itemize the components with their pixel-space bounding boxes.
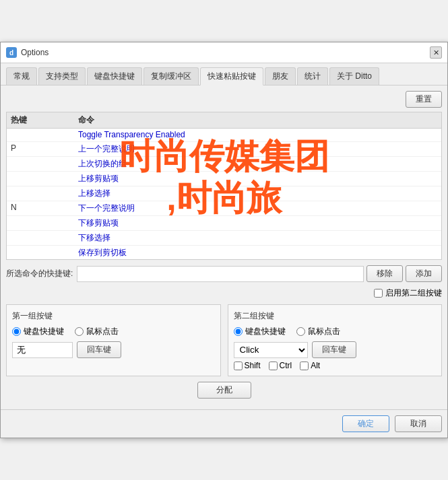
group2-mouse-radio[interactable]: 鼠标点击 bbox=[296, 326, 340, 337]
tab-copy-buffer[interactable]: 复制缓冲区 bbox=[143, 67, 199, 85]
assign-button[interactable]: 分配 bbox=[197, 382, 251, 399]
group1-key-input[interactable] bbox=[12, 342, 73, 358]
title-bar: d Options ✕ bbox=[1, 42, 447, 63]
alt-checkbox[interactable] bbox=[300, 362, 309, 370]
group2-key-select[interactable]: Click bbox=[234, 342, 308, 358]
tab-keyboard-shortcuts[interactable]: 键盘快捷键 bbox=[87, 67, 142, 85]
modifier-row: Shift Ctrl Alt bbox=[234, 361, 437, 370]
reset-row: 重置 bbox=[6, 91, 442, 108]
table-row[interactable]: 上次切换的组 bbox=[7, 157, 441, 172]
shift-checkbox-label[interactable]: Shift bbox=[234, 361, 261, 370]
window-title: Options bbox=[21, 48, 49, 57]
col-hotkey-header: 热键 bbox=[11, 114, 78, 126]
group2-key-row: Click 回车键 bbox=[234, 341, 437, 358]
add-button[interactable]: 添加 bbox=[406, 265, 442, 282]
group1-key-row: 回车键 bbox=[12, 341, 215, 358]
shortcut-input-container: 移除 添加 bbox=[77, 265, 442, 282]
shortcut-label: 所选命令的快捷键: bbox=[6, 268, 73, 279]
group1-enter-btn[interactable]: 回车键 bbox=[77, 341, 121, 358]
tab-support-type[interactable]: 支持类型 bbox=[38, 67, 86, 85]
title-bar-left: d Options bbox=[6, 47, 49, 58]
group2-keyboard-radio[interactable]: 键盘快捷键 bbox=[234, 326, 286, 337]
group1-title: 第一组按键 bbox=[12, 310, 215, 322]
main-content: 重置 热键 命令 Toggle Transparency Enabled P 上… bbox=[1, 85, 447, 409]
ok-button[interactable]: 确定 bbox=[342, 415, 389, 432]
shortcut-edit-row: 所选命令的快捷键: 移除 添加 bbox=[6, 265, 442, 282]
col-command-header: 命令 bbox=[78, 114, 437, 126]
group2-title: 第二组按键 bbox=[234, 310, 437, 322]
groups-container: 第一组按键 键盘快捷键 鼠标点击 回车键 bbox=[6, 304, 442, 376]
table-row[interactable]: 上移剪贴项 bbox=[7, 172, 441, 186]
table-row[interactable]: N 下一个完整说明 bbox=[7, 201, 441, 216]
close-button[interactable]: ✕ bbox=[430, 46, 442, 59]
group2-radio-row: 键盘快捷键 鼠标点击 bbox=[234, 326, 437, 337]
group1-box: 第一组按键 键盘快捷键 鼠标点击 回车键 bbox=[6, 304, 221, 376]
table-row[interactable]: 上移选择 bbox=[7, 186, 441, 201]
table-row[interactable]: P 上一个完整说明 bbox=[7, 142, 441, 157]
enable-second-group-row: 启用第二组按键 bbox=[6, 287, 442, 299]
ctrl-checkbox-label[interactable]: Ctrl bbox=[269, 361, 292, 370]
tab-friends[interactable]: 朋友 bbox=[265, 67, 296, 85]
footer: 确定 取消 bbox=[1, 409, 447, 438]
group2-enter-btn[interactable]: 回车键 bbox=[312, 341, 356, 358]
table-row[interactable]: 保存到剪切板 bbox=[7, 246, 441, 260]
shortcut-input[interactable] bbox=[77, 266, 364, 282]
options-window: d Options ✕ 常规 支持类型 键盘快捷键 复制缓冲区 快速粘贴按键 朋… bbox=[0, 42, 448, 438]
tab-general[interactable]: 常规 bbox=[6, 67, 37, 85]
table-row[interactable]: 下移剪贴项 bbox=[7, 216, 441, 231]
table-row[interactable]: 下移选择 bbox=[7, 231, 441, 246]
alt-checkbox-label[interactable]: Alt bbox=[300, 361, 320, 370]
group2-box: 第二组按键 键盘快捷键 鼠标点击 Click 回车键 bbox=[228, 304, 443, 376]
cancel-button[interactable]: 取消 bbox=[395, 415, 442, 432]
enable-second-group-label: 启用第二组按键 bbox=[385, 287, 442, 299]
shortcuts-table[interactable]: 热键 命令 Toggle Transparency Enabled P 上一个完… bbox=[6, 112, 442, 260]
tab-bar: 常规 支持类型 键盘快捷键 复制缓冲区 快速粘贴按键 朋友 统计 关于 Ditt… bbox=[1, 63, 447, 85]
ctrl-checkbox[interactable] bbox=[269, 362, 278, 370]
shift-checkbox[interactable] bbox=[234, 362, 243, 370]
app-icon: d bbox=[6, 47, 17, 58]
tab-quick-paste[interactable]: 快速粘贴按键 bbox=[200, 67, 263, 85]
group1-radio-row: 键盘快捷键 鼠标点击 bbox=[12, 326, 215, 337]
remove-button[interactable]: 移除 bbox=[366, 265, 403, 282]
enable-second-group-checkbox[interactable] bbox=[374, 289, 383, 298]
assign-row: 分配 bbox=[6, 382, 442, 399]
group1-keyboard-radio[interactable]: 键盘快捷键 bbox=[12, 326, 64, 337]
tab-stats[interactable]: 统计 bbox=[297, 67, 328, 85]
table-row[interactable]: Toggle Transparency Enabled bbox=[7, 129, 441, 142]
table-header: 热键 命令 bbox=[7, 112, 441, 129]
reset-button[interactable]: 重置 bbox=[406, 91, 442, 108]
tab-about[interactable]: 关于 Ditto bbox=[329, 67, 379, 85]
group1-mouse-radio[interactable]: 鼠标点击 bbox=[75, 326, 119, 337]
